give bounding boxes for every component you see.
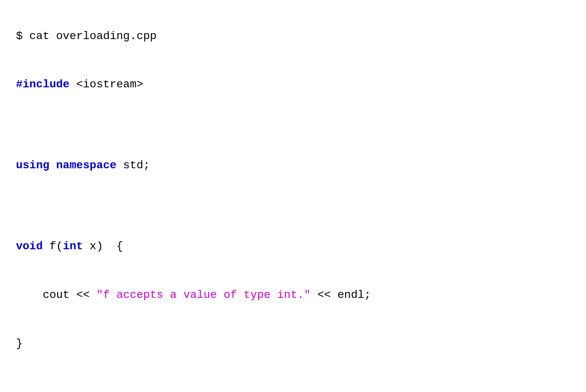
line-include: #include <iostream>	[16, 78, 143, 91]
line-cout-int: cout << "f accepts a value of type int."…	[16, 289, 371, 301]
line-void-int-def: void f(int x) {	[16, 240, 123, 252]
code-display: $ cat overloading.cpp #include <iostream…	[16, 12, 570, 392]
line-using: using namespace std;	[16, 159, 150, 171]
line-shell-cat: $ cat overloading.cpp	[16, 30, 157, 42]
line-close-brace-1: }	[16, 337, 23, 350]
